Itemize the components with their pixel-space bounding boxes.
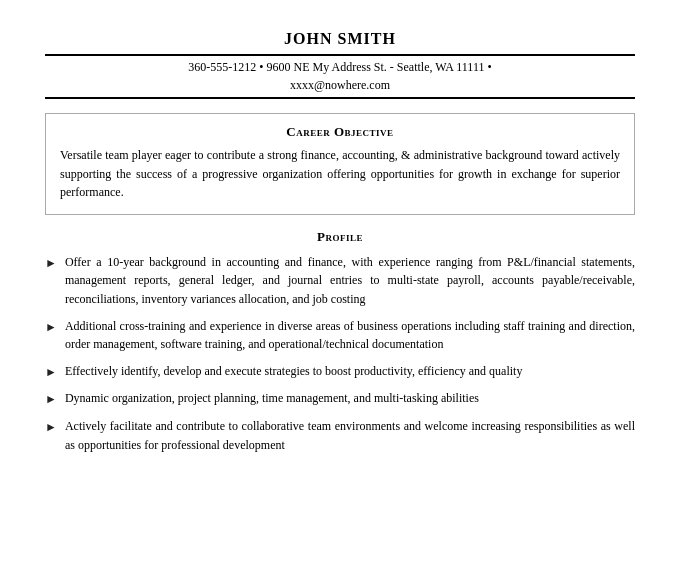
header-email: xxxx@nowhere.com	[45, 78, 635, 93]
top-divider	[45, 54, 635, 56]
list-item: ► Offer a 10-year background in accounti…	[45, 253, 635, 309]
header-name: John Smith	[45, 30, 635, 48]
bullet-arrow-icon: ►	[45, 418, 57, 437]
bullet-text: Effectively identify, develop and execut…	[65, 362, 635, 381]
list-item: ► Actively facilitate and contribute to …	[45, 417, 635, 454]
career-objective-text: Versatile team player eager to contribut…	[60, 146, 620, 202]
career-objective-section: Career Objective Versatile team player e…	[45, 113, 635, 215]
email-text: xxxx@nowhere.com	[290, 78, 390, 92]
bullet-text: Additional cross-training and experience…	[65, 317, 635, 354]
bullet-arrow-icon: ►	[45, 254, 57, 273]
header-contact: 360-555-1212 • 9600 NE My Address St. - …	[45, 60, 635, 75]
bullet-text: Dynamic organization, project planning, …	[65, 389, 635, 408]
contact-text: 360-555-1212 • 9600 NE My Address St. - …	[188, 60, 491, 74]
name-text: John Smith	[284, 30, 396, 47]
career-objective-title: Career Objective	[60, 124, 620, 140]
resume-page: John Smith 360-555-1212 • 9600 NE My Add…	[0, 0, 680, 580]
bullet-text: Offer a 10-year background in accounting…	[65, 253, 635, 309]
bullet-arrow-icon: ►	[45, 363, 57, 382]
bullet-arrow-icon: ►	[45, 318, 57, 337]
profile-section: Profile ► Offer a 10-year background in …	[45, 229, 635, 454]
list-item: ► Dynamic organization, project planning…	[45, 389, 635, 409]
list-item: ► Additional cross-training and experien…	[45, 317, 635, 354]
profile-title: Profile	[45, 229, 635, 245]
bullet-text: Actively facilitate and contribute to co…	[65, 417, 635, 454]
list-item: ► Effectively identify, develop and exec…	[45, 362, 635, 382]
profile-bullets: ► Offer a 10-year background in accounti…	[45, 253, 635, 454]
bottom-divider	[45, 97, 635, 99]
bullet-arrow-icon: ►	[45, 390, 57, 409]
